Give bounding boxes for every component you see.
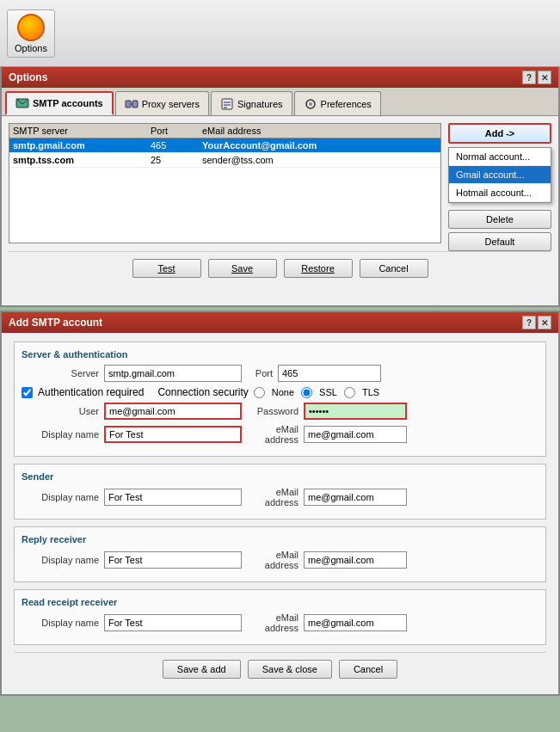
reply-email-label: eMail address [247,550,298,570]
save-add-button[interactable]: Save & add [163,660,241,679]
options-icon [17,14,45,41]
user-password-row: User Password [22,403,538,420]
server-port-row: Server Port [22,365,538,382]
password-label: Password [247,406,298,416]
sender-email-label: eMail address [247,487,298,507]
table-row[interactable]: smtp.tss.com 25 sender@tss.com [9,153,440,168]
email-address-label-auth: eMail address [247,424,298,445]
sender-label: Sender [22,471,538,482]
tab-proxy[interactable]: Proxy servers [115,91,209,115]
toolbar: Options [0,0,560,67]
display-name-label-auth: Display name [22,429,99,440]
tab-bar: SMTP accounts Proxy servers Signatures P… [2,88,558,116]
restore-button[interactable]: Restore [284,259,353,278]
row1-port: 465 [151,140,202,151]
add-titlebar-controls: ? ✕ [522,316,551,329]
close-button[interactable]: ✕ [538,71,551,84]
add-smtp-title: Add SMTP account [9,317,102,329]
server-input[interactable] [104,365,242,382]
auth-checkbox-label: Authentication required [38,386,144,398]
server-auth-label: Server & authentication [22,349,538,360]
display-name-input-auth[interactable] [104,426,242,443]
cancel-button[interactable]: Cancel [360,259,428,278]
table-row[interactable]: smtp.gmail.com 465 YourAccount@gmail.com [9,138,440,153]
radio-ssl-label: SSL [319,387,337,397]
tab-signatures-label: Signatures [237,99,283,109]
proxy-icon [125,97,138,111]
save-button[interactable]: Save [208,259,277,278]
reply-row: Display name eMail address [22,550,538,570]
read-receipt-display-label: Display name [22,618,99,628]
port-input[interactable] [278,365,381,382]
col-header-server: SMTP server [13,126,151,136]
add-button[interactable]: Add -> [448,123,551,144]
read-receipt-section: Read receipt receiver Display name eMail… [14,589,546,645]
add-bottom-buttons: Save & add Save & close Cancel [14,652,546,686]
row2-port: 25 [151,155,202,165]
svg-rect-1 [126,101,131,108]
server-auth-section: Server & authentication Server Port Auth… [14,341,546,457]
reply-receiver-section: Reply receiver Display name eMail addres… [14,526,546,582]
auth-security-row: Authentication required Connection secur… [22,386,538,398]
tab-smtp[interactable]: SMTP accounts [5,91,114,115]
add-help-button[interactable]: ? [522,316,536,329]
col-header-email: eMail address [202,126,374,136]
reply-display-label: Display name [22,555,99,565]
add-dropdown: Normal account... Gmail account... Hotma… [448,147,551,203]
options-button[interactable]: Options [7,9,55,58]
smtp-icon [15,96,29,110]
col-header-port: Port [151,126,202,136]
row2-server: smtp.tss.com [13,155,151,165]
add-close-button[interactable]: ✕ [538,316,551,329]
save-close-button[interactable]: Save & close [248,660,332,679]
server-label: Server [22,368,99,378]
tab-preferences[interactable]: Preferences [294,91,381,115]
add-cancel-button[interactable]: Cancel [339,660,397,679]
gmail-account-item[interactable]: Gmail account... [449,166,551,184]
help-button[interactable]: ? [522,71,536,84]
user-label: User [22,406,99,416]
security-radio-group: None SSL TLS [254,387,379,398]
tab-preferences-label: Preferences [321,99,372,109]
radio-tls-label: TLS [362,387,379,397]
sender-section: Sender Display name eMail address [14,464,546,520]
read-receipt-display-input[interactable] [104,614,242,631]
sender-display-input[interactable] [104,489,242,506]
normal-account-item[interactable]: Normal account... [449,148,551,166]
sender-row: Display name eMail address [22,487,538,507]
options-titlebar: Options ? ✕ [2,67,558,88]
read-receipt-email-label: eMail address [247,612,298,633]
smtp-table: SMTP server Port eMail address smtp.gmai… [9,123,441,243]
svg-rect-2 [132,101,138,108]
read-receipt-email-input[interactable] [304,614,407,631]
reply-display-input[interactable] [104,551,242,569]
sender-email-input[interactable] [304,489,407,506]
tab-proxy-label: Proxy servers [142,99,200,109]
row2-email: sender@tss.com [202,155,374,165]
options-title: Options [9,71,47,83]
auth-checkbox[interactable] [22,387,33,398]
reply-email-input[interactable] [304,551,407,569]
radio-none-label: None [272,387,294,397]
reply-receiver-label: Reply receiver [22,534,538,544]
table-header: SMTP server Port eMail address [9,124,440,138]
sender-display-label: Display name [22,492,99,502]
options-content: SMTP server Port eMail address smtp.gmai… [2,116,558,305]
hotmail-account-item[interactable]: Hotmail account... [449,184,551,202]
add-dialog-content: Server & authentication Server Port Auth… [2,333,558,694]
default-button[interactable]: Default [448,232,551,251]
test-button[interactable]: Test [132,259,201,278]
email-address-input-auth[interactable] [304,426,407,443]
radio-tls[interactable] [344,387,355,398]
connection-security-label: Connection security [157,386,248,398]
radio-none[interactable] [254,387,265,398]
user-input[interactable] [104,403,242,420]
radio-ssl[interactable] [301,387,312,398]
row1-server: smtp.gmail.com [13,140,151,151]
delete-button[interactable]: Delete [448,210,551,229]
tab-signatures[interactable]: Signatures [211,91,292,115]
signatures-icon [220,97,234,111]
password-input[interactable] [304,403,407,420]
display-email-row: Display name eMail address [22,424,538,445]
options-label: Options [15,43,47,53]
